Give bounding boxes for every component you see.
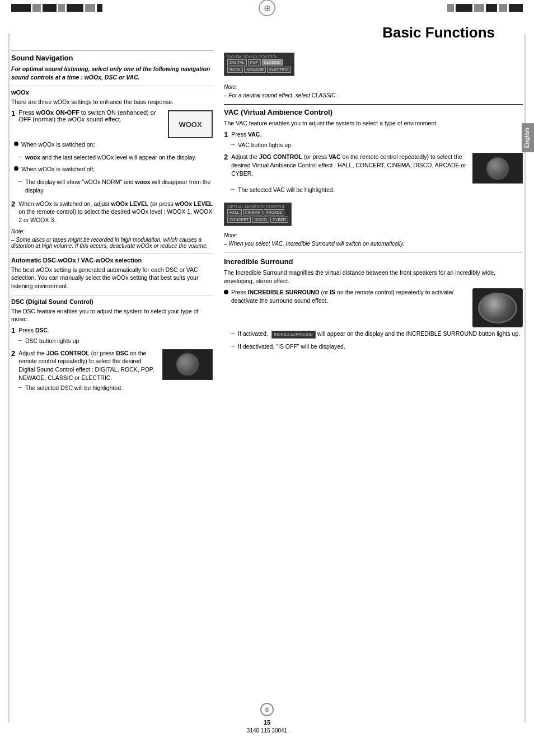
dsc-knob (176, 353, 199, 375)
vac-arrow1-sym: → (229, 141, 236, 152)
dsc-buttons-display: DIGITAL SOUND CONTROL DIGITAL POP CLASSI… (224, 50, 523, 79)
compass-icon-top: ⊕ (259, 0, 275, 16)
vac-buttons-display: VIRTUAL AMBIENCE CONTROL HALL CINEMA ARC… (224, 200, 523, 229)
vac-btn-cinema[interactable]: CINEMA (243, 209, 263, 215)
divider-is (224, 252, 523, 253)
vac-note: Note: – When you select VAC, Incredible … (224, 232, 523, 247)
dsc-btn-newage[interactable]: NEWAGE (244, 67, 266, 73)
woox-display-image: WOOX (168, 110, 213, 138)
woox-step1-content: Press wOOx ON•OFF to switch ON (enhanced… (18, 109, 213, 138)
woox-step1-bold: wOOx ON•OFF (36, 109, 79, 116)
vac-arrow2-text: The selected VAC will be highlighted. (238, 186, 335, 194)
dsc-note: Note: – For a neutral sound effect, sele… (224, 83, 523, 98)
is-press-text: Press INCREDIBLE SURROUND (or IS on the … (231, 289, 453, 304)
woox-bullet1-text: When wOOx is switched on; (21, 140, 95, 149)
dsc-arrow2-text: The selected DSC will be highlighted. (25, 384, 123, 392)
dsc-buttons-panel: DIGITAL SOUND CONTROL DIGITAL POP CLASSI… (224, 53, 294, 76)
vac-btn-concert[interactable]: CONCERT (227, 217, 251, 223)
woox-bullet2-text: When wOOx is switched off; (21, 165, 95, 173)
dsc-step2: 2 Adjust the JOG CONTROL (or press DSC o… (11, 349, 213, 382)
woox-step2-content: When wOOx is switched on, adjust wOOx LE… (18, 200, 213, 224)
right-column: DIGITAL SOUND CONTROL DIGITAL POP CLASSI… (224, 50, 523, 396)
vac-step1-content: Press VAC. (231, 130, 523, 139)
bar-seg-r4 (486, 4, 497, 12)
dsc-btn-row1: DIGITAL POP CLASSIC (227, 59, 291, 65)
woox-bullet2: When wOOx is switched off; (14, 165, 213, 176)
woox-step2-text: When wOOx is switched on, adjust wOOx LE… (18, 200, 213, 223)
page-title: Basic Functions (382, 24, 495, 41)
dsc-btn-pop[interactable]: POP (248, 59, 261, 65)
catalog-number: 3140 115 30041 (247, 727, 287, 734)
is-remote-image (472, 288, 523, 327)
woox-arrow1-text: woox and the last selected wOOx level wi… (25, 153, 196, 162)
bar-seg-r1 (447, 4, 454, 12)
woox-step1-text: Press wOOx ON•OFF to switch ON (enhanced… (18, 109, 163, 123)
vac-description: The VAC feature enables you to adjust th… (224, 119, 523, 128)
dsc-note-text: – For a neutral sound effect, select CLA… (224, 92, 523, 98)
woox-note-label: Note: (11, 228, 25, 234)
bar-right (411, 3, 534, 13)
bar-seg-r2 (456, 4, 472, 12)
vac-panel-label: VIRTUAL AMBIENCE CONTROL (227, 205, 288, 209)
vac-btn-cyber[interactable]: CYBER (270, 217, 288, 223)
is-title: Incredible Surround (224, 257, 523, 266)
woox-arrow2-sym: → (17, 178, 23, 197)
vac-section: VAC (Virtual Ambience Control) The VAC f… (224, 104, 523, 354)
woox-step1: 1 Press wOOx ON•OFF to switch ON (enhanc… (11, 109, 213, 138)
woox-arrow2-text: The display will show "wOOx NORM" and wo… (25, 178, 213, 194)
compass-bottom-icon: ⊕ (260, 703, 274, 716)
bar-seg-6 (85, 4, 95, 12)
dsc-arrow2: → The selected DSC will be highlighted. (17, 384, 213, 395)
vac-step1: 1 Press VAC. (224, 130, 523, 139)
page-number: 15 (264, 719, 270, 726)
vac-step1-num: 1 (224, 130, 228, 139)
is-arrow1-sym: → (229, 330, 236, 341)
dsc-arrow1-text: DSC button lights up (25, 337, 79, 345)
bar-seg-4 (58, 4, 65, 12)
vac-btn-hall[interactable]: HALL (227, 209, 242, 215)
vac-btn-arcade[interactable]: ARCADE (264, 209, 284, 215)
main-content: Sound Navigation For optimal sound liste… (0, 44, 534, 402)
vac-arrow2: → The selected VAC will be highlighted. (229, 186, 523, 197)
vac-btn-row1: HALL CINEMA ARCADE (227, 209, 288, 215)
bar-seg-r5 (499, 4, 507, 12)
vac-btn-disco[interactable]: DISCO (252, 217, 269, 223)
woox-step1-num: 1 (11, 109, 15, 138)
bar-seg-3 (43, 4, 57, 12)
vac-step2-text: Adjust the JOG CONTROL (or press VAC on … (231, 153, 468, 177)
dsc-title: DSC (Digital Sound Control) (11, 295, 213, 305)
dsc-panel-label: DIGITAL SOUND CONTROL (227, 55, 291, 59)
vac-knob (486, 157, 509, 180)
dsc-btn-classic[interactable]: CLASSIC (262, 59, 283, 65)
vac-step2-body: Adjust the JOG CONTROL (or press VAC on … (231, 153, 466, 176)
dsc-btn-digital[interactable]: DIGITAL (227, 59, 247, 65)
dsc-section: DSC (Digital Sound Control) The DSC feat… (11, 295, 213, 396)
woox-step2: 2 When wOOx is switched on, adjust wOOx … (11, 200, 213, 224)
is-bullet-content: Press INCREDIBLE SURROUND (or IS on the … (231, 288, 523, 327)
bar-seg-1 (11, 4, 31, 12)
dsc-arrow2-sym: → (17, 384, 23, 395)
vac-step2-row: Adjust the JOG CONTROL (or press VAC on … (231, 153, 523, 184)
english-tab: English (522, 123, 534, 152)
dsc-knob-image (162, 349, 213, 380)
is-activated-display: INCRED.SURROUND (271, 331, 316, 339)
dsc-arrow1-sym: → (17, 337, 23, 348)
left-column: Sound Navigation For optimal sound liste… (11, 50, 213, 396)
bar-seg-7 (97, 4, 102, 12)
woox-arrow1-sym: → (17, 153, 23, 165)
dsc-btn-rock[interactable]: ROCK (227, 67, 243, 73)
dsc-step1-num: 1 (11, 326, 15, 335)
is-bullet-dot (224, 290, 228, 294)
vac-step2: 2 Adjust the JOG CONTROL (or press VAC o… (224, 153, 523, 184)
is-bullet: Press INCREDIBLE SURROUND (or IS on the … (224, 288, 523, 327)
dsc-step2-num: 2 (11, 349, 15, 382)
woox-arrow2: → The display will show "wOOx NORM" and … (17, 178, 213, 197)
woox-step2-num: 2 (11, 200, 15, 224)
woox-display-text: WOOX (179, 120, 202, 129)
sound-navigation-intro: For optimal sound listening, select only… (11, 65, 213, 81)
dsc-step2-body: Adjust the JOG CONTROL (or press DSC on … (18, 350, 154, 381)
dsc-description: The DSC feature enables you to adjust th… (11, 307, 213, 323)
vac-arrow2-sym: → (229, 186, 236, 197)
dsc-btn-electric[interactable]: ELECTRIC (267, 67, 291, 73)
top-bars: ⊕ (0, 0, 534, 16)
